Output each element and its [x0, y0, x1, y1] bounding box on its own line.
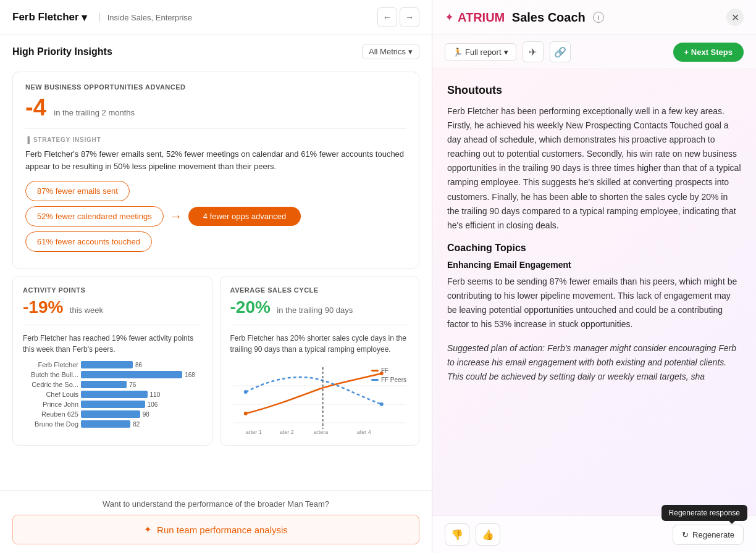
svg-text:ater 2: ater 2 [279, 429, 293, 435]
user-name[interactable]: Ferb Fletcher ▾ [12, 11, 87, 24]
regenerate-button[interactable]: ↻ Regenerate [673, 525, 744, 545]
bar-container-5: 98 [81, 410, 202, 418]
bar-row-1: Butch the Bull... 168 [23, 371, 202, 378]
pill-accounts[interactable]: 61% fewer accounts touched [25, 231, 152, 252]
legend-ff: FF [371, 367, 406, 374]
sales-cycle-card: AVERAGE SALES CYCLE -20% in the trailing… [220, 276, 420, 446]
legend-ff-peers-label: FF Peers [381, 376, 406, 383]
close-button[interactable]: ✕ [726, 9, 744, 26]
sales-cycle-value: -20% [230, 297, 271, 317]
email-engagement-title: Enhancing Email Engagement [447, 260, 741, 270]
two-col-section: ACTIVITY POINTS -19% this week Ferb Flet… [12, 276, 419, 446]
pill-meetings[interactable]: 52% fewer calendared meetings [25, 206, 164, 227]
bar-1 [81, 371, 182, 378]
right-header: ✦ ATRIUM Sales Coach i ✕ [432, 0, 756, 35]
pill-emails[interactable]: 87% fewer emails sent [25, 181, 130, 201]
metrics-filter-dropdown[interactable]: All Metrics ▾ [362, 44, 419, 59]
atrium-logo: ✦ ATRIUM Sales Coach i [445, 10, 604, 25]
insights-header: High Priority Insights All Metrics ▾ [0, 35, 432, 65]
right-footer: 👎 👍 ↻ Regenerate Regenerate response [432, 515, 756, 553]
sales-cycle-period: in the trailing 90 days [277, 306, 353, 315]
info-icon[interactable]: i [593, 12, 604, 23]
bar-val-2: 76 [129, 381, 136, 388]
svg-point-11 [379, 402, 383, 406]
bar-label-0: Ferb Fletcher [23, 361, 78, 368]
bar-val-5: 98 [143, 411, 149, 418]
right-panel: ✦ ATRIUM Sales Coach i ✕ 🏃 Full report ▾… [432, 0, 756, 553]
bar-val-3: 110 [150, 391, 161, 398]
bar-val-0: 86 [135, 362, 142, 368]
pill-outcome[interactable]: 4 fewer opps advanced [188, 207, 301, 226]
nav-back-button[interactable]: ← [377, 7, 397, 27]
send-icon-button[interactable]: ✈ [523, 41, 544, 62]
left-header: Ferb Fletcher ▾ Inside Sales, Enterprise… [0, 0, 432, 35]
legend-ff-peers-line [371, 379, 379, 381]
bar-label-6: Bruno the Dog [23, 420, 78, 428]
activity-desc: Ferb Fletcher has reached 19% fewer acti… [23, 333, 202, 355]
bar-container-2: 76 [81, 381, 202, 388]
arrow-right-icon: → [170, 209, 182, 223]
bar-label-1: Butch the Bull... [23, 371, 78, 378]
user-role: Inside Sales, Enterprise [99, 13, 192, 22]
sales-cycle-label: AVERAGE SALES CYCLE [230, 286, 410, 294]
bar-0 [81, 361, 133, 368]
bar-label-3: Chef Louis [23, 391, 78, 398]
report-dropdown[interactable]: 🏃 Full report ▾ [445, 43, 516, 61]
activity-value-row: -19% this week [23, 297, 202, 317]
bar-row-0: Ferb Fletcher 86 [23, 361, 202, 368]
right-content: Shoutouts Ferb Fletcher has been perform… [432, 69, 756, 515]
report-chevron-icon: ▾ [504, 48, 508, 57]
thumbs-down-button[interactable]: 👎 [445, 523, 469, 546]
activity-period: this week [70, 306, 103, 315]
next-steps-button[interactable]: + Next Steps [673, 43, 744, 62]
bar-row-5: Reuben 625 98 [23, 410, 202, 418]
nav-arrows: ← → [377, 7, 419, 27]
thumbs-up-button[interactable]: 👍 [476, 523, 500, 546]
bar-container-4: 106 [81, 401, 202, 408]
run-analysis-label: Run team performance analysis [157, 525, 288, 535]
filter-chevron-icon: ▾ [408, 47, 413, 56]
bar-val-6: 82 [133, 421, 140, 428]
sales-cycle-value-row: -20% in the trailing 90 days [230, 297, 410, 317]
link-icon-button[interactable]: 🔗 [550, 41, 571, 62]
nav-forward-button[interactable]: → [400, 7, 419, 27]
bar-chart-icon: ▐ [25, 136, 30, 143]
shoutouts-title: Shoutouts [447, 84, 741, 97]
shoutouts-text: Ferb Fletcher has been performing except… [447, 104, 741, 233]
activity-label: ACTIVITY POINTS [23, 286, 202, 294]
bar-container-1: 168 [81, 371, 202, 378]
report-icon: 🏃 [453, 48, 463, 57]
atrium-sparkle-icon: ✦ [445, 10, 454, 24]
metrics-filter-label: All Metrics [369, 47, 406, 56]
new-business-card: NEW BUSINESS OPPORTUNITIES ADVANCED -4 i… [12, 72, 419, 268]
bar-3 [81, 391, 148, 398]
svg-point-8 [243, 412, 247, 415]
suggested-plan-italic: Suggested plan of action: Ferb's manager… [447, 343, 736, 381]
regenerate-label: Regenerate [692, 530, 734, 539]
svg-point-10 [243, 390, 247, 394]
strategy-label: ▐ STRATEGY INSIGHT [25, 136, 406, 143]
bottom-section: Want to understand the performance of th… [0, 490, 432, 553]
pill-row-1: 87% fewer emails sent [25, 181, 406, 201]
bar-4 [81, 401, 145, 408]
bar-val-4: 106 [148, 401, 158, 408]
sales-coach-title: Sales Coach [508, 10, 586, 25]
new-business-suffix: in the trailing 2 months [54, 108, 135, 117]
bar-6 [81, 420, 130, 428]
run-analysis-button[interactable]: ✦ Run team performance analysis [12, 515, 419, 544]
svg-text:artera: artera [313, 429, 328, 435]
email-engagement-text: Ferb seems to be sending 87% fewer email… [447, 275, 741, 331]
bar-2 [81, 381, 127, 388]
sparkle-icon-btn: ✦ [144, 524, 152, 535]
user-name-text: Ferb Fletcher [12, 11, 79, 23]
coaching-topics-title: Coaching Topics [447, 243, 741, 254]
chart-legend: FF FF Peers [371, 367, 406, 383]
left-panel: Ferb Fletcher ▾ Inside Sales, Enterprise… [0, 0, 432, 553]
right-toolbar: 🏃 Full report ▾ ✈ 🔗 + Next Steps [432, 35, 756, 69]
bottom-question: Want to understand the performance of th… [12, 499, 419, 509]
bar-row-2: Cedric the So... 76 [23, 381, 202, 388]
legend-ff-peers: FF Peers [371, 376, 406, 383]
sales-cycle-chart: arter 1 ater 2 artera ater 4 [230, 361, 410, 435]
pill-row-3: 61% fewer accounts touched [25, 231, 406, 252]
chevron-down-icon: ▾ [82, 11, 87, 24]
